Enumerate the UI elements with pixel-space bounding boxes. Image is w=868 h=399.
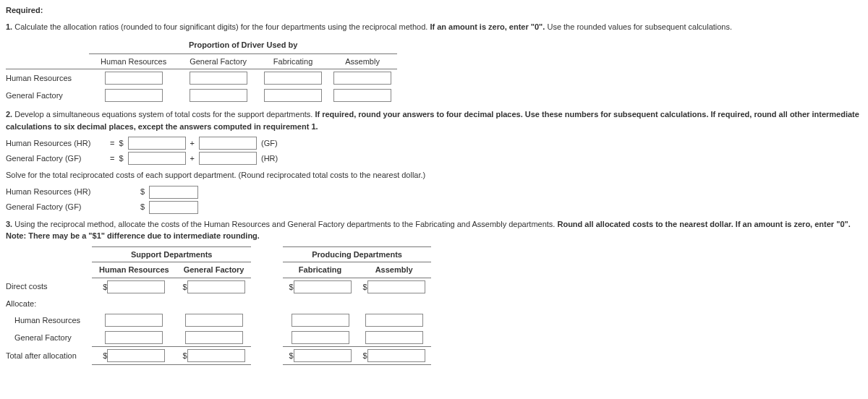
col-gf: General Factory: [178, 53, 258, 69]
dollar-sign: $: [140, 186, 145, 198]
alloc-gf-asm-input[interactable]: [365, 331, 423, 344]
hr-hr-input[interactable]: [105, 72, 163, 85]
eq-hr-row: Human Resources (HR) = $ + (GF): [6, 137, 862, 150]
q1-text: 1. Calculate the allocation ratios (roun…: [6, 21, 862, 33]
alloc-hr-gf-input[interactable]: [185, 314, 243, 327]
solve-hr-input[interactable]: [149, 186, 198, 199]
total-asm-input[interactable]: [367, 349, 425, 362]
eq-gf-suffix: (HR): [261, 153, 278, 165]
solve-gf-label: General Factory (GF): [6, 201, 136, 213]
group-support: Support Departments: [92, 246, 251, 262]
row-alloc-gf: General Factory: [6, 329, 92, 347]
q2-prefix: 2.: [6, 110, 12, 119]
eq-hr-label: Human Resources (HR): [6, 137, 106, 150]
required-heading: Required:: [6, 4, 862, 17]
solve-text: Solve for the total reciprocated costs o…: [6, 169, 862, 181]
q1-tail: Use the rounded values for subsequent ca…: [547, 22, 732, 31]
direct-gf-input[interactable]: [187, 280, 245, 293]
gf-gf-input[interactable]: [190, 89, 247, 102]
table-allocation: Support Departments Producing Department…: [6, 246, 431, 366]
eq-gf-row: General Factory (GF) = $ + (HR): [6, 152, 862, 165]
q2-text: 2. Develop a simultaneous equations syst…: [6, 108, 862, 132]
alloc-gf-gf-input[interactable]: [185, 331, 243, 344]
eq-gf-coef-input[interactable]: [199, 152, 257, 165]
hr-fab-input[interactable]: [264, 72, 322, 85]
alloc-hr-hr-input[interactable]: [105, 314, 163, 327]
total-hr-input[interactable]: [107, 349, 165, 362]
group-producing: Producing Departments: [283, 246, 430, 262]
plus-sign: +: [190, 137, 195, 150]
solve-hr-row: Human Resources (HR) $: [6, 186, 862, 199]
solve-hr-label: Human Resources (HR): [6, 186, 136, 198]
row-alloc-hr: Human Resources: [6, 312, 92, 329]
equals-sign: =: [110, 137, 114, 150]
plus-sign: +: [190, 153, 195, 165]
q3-text: 3. Using the reciprocal method, allocate…: [6, 218, 862, 242]
hr-gf-input[interactable]: [190, 72, 247, 85]
q2-body: Develop a simultaneous equations system …: [14, 110, 312, 119]
alloc-gf-hr-input[interactable]: [105, 331, 163, 344]
total-fab-input[interactable]: [294, 349, 352, 362]
alloc-hr-fab-input[interactable]: [292, 314, 349, 327]
hr-asm-input[interactable]: [333, 72, 391, 85]
eq-hr-suffix: (GF): [261, 137, 278, 150]
row-hr-label: Human Resources: [6, 69, 89, 87]
solve-gf-input[interactable]: [149, 201, 198, 214]
eq-hr-coef-input[interactable]: [199, 137, 257, 150]
q1-body: Calculate the allocation ratios (rounded…: [14, 22, 427, 31]
eq-hr-const-input[interactable]: [128, 137, 186, 150]
col3-fab: Fabricating: [283, 262, 357, 278]
col-fab: Fabricating: [258, 53, 328, 69]
row-direct: Direct costs: [6, 278, 92, 296]
row-allocate: Allocate:: [6, 296, 92, 312]
table1-title: Proportion of Driver Used by: [89, 37, 397, 53]
direct-fab-input[interactable]: [294, 280, 352, 293]
eq-gf-const-input[interactable]: [128, 152, 186, 165]
alloc-hr-asm-input[interactable]: [365, 314, 423, 327]
col3-asm: Assembly: [357, 262, 431, 278]
row-gf-label: General Factory: [6, 87, 89, 104]
dollar-sign: $: [119, 137, 123, 150]
gf-hr-input[interactable]: [105, 89, 163, 102]
q3-body: Using the reciprocal method, allocate th…: [14, 220, 555, 228]
dollar-sign: $: [140, 201, 145, 213]
row-total: Total after allocation: [6, 347, 92, 365]
table-proportion: Proportion of Driver Used by Human Resou…: [6, 37, 397, 104]
q1-bold: If an amount is zero, enter "0".: [430, 22, 545, 31]
col3-hr: Human Resources: [92, 262, 176, 278]
dollar-sign: $: [119, 153, 123, 165]
alloc-gf-fab-input[interactable]: [292, 331, 349, 344]
gf-fab-input[interactable]: [264, 89, 322, 102]
eq-gf-label: General Factory (GF): [6, 153, 106, 165]
col-hr: Human Resources: [89, 53, 178, 69]
total-gf-input[interactable]: [187, 349, 245, 362]
direct-hr-input[interactable]: [107, 280, 165, 293]
col-asm: Assembly: [328, 53, 397, 69]
gf-asm-input[interactable]: [333, 89, 391, 102]
q1-prefix: 1.: [6, 22, 12, 31]
solve-gf-row: General Factory (GF) $: [6, 201, 862, 214]
direct-asm-input[interactable]: [367, 280, 425, 293]
equals-sign: =: [110, 153, 114, 165]
q3-prefix: 3.: [6, 220, 12, 228]
col3-gf: General Factory: [176, 262, 252, 278]
